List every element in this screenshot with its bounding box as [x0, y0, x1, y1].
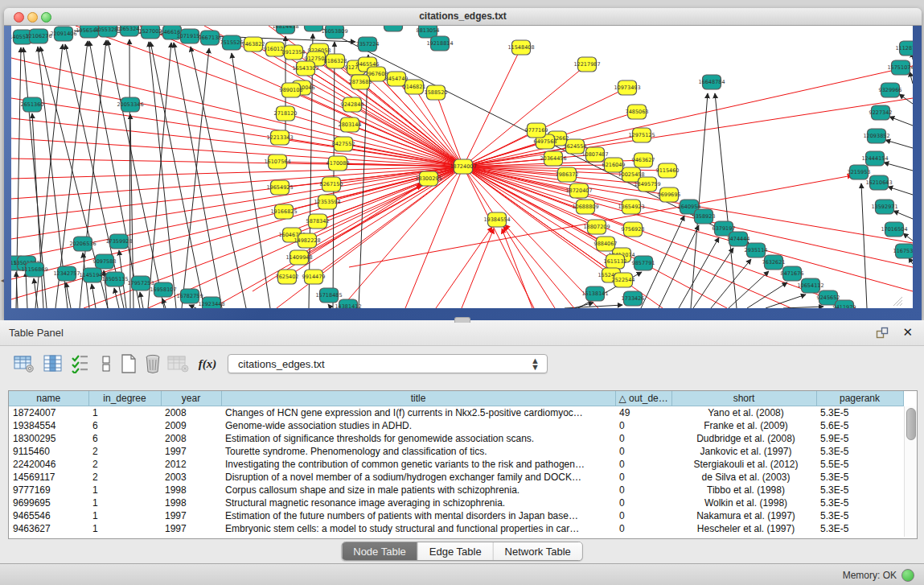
- table-cell[interactable]: 49: [615, 406, 671, 420]
- table-cell[interactable]: 5.3E-5: [816, 509, 903, 522]
- table-cell[interactable]: 5.3E-5: [816, 496, 903, 509]
- citation-edge-red[interactable]: [463, 167, 913, 267]
- table-cell[interactable]: Jankovic et al. (1997): [671, 445, 816, 458]
- citation-edge-black[interactable]: [884, 163, 913, 171]
- citation-edge-red[interactable]: [463, 167, 534, 308]
- table-cell[interactable]: 2: [88, 458, 161, 471]
- table-selector-dropdown[interactable]: citations_edges.txt ▲▼: [228, 354, 548, 373]
- table-cell[interactable]: 14569117: [9, 471, 88, 484]
- table-row[interactable]: 1938455462009Genome-wide association stu…: [9, 419, 903, 432]
- table-row[interactable]: 2242004622012Investigating the contribut…: [9, 458, 903, 471]
- network-canvas[interactable]: 1405571212106276220914061956544110553287…: [11, 26, 913, 308]
- citation-edge-red[interactable]: [436, 227, 492, 308]
- table-row[interactable]: 977716911998Corpus callosum shape and si…: [9, 484, 903, 496]
- column-header-year[interactable]: year: [161, 391, 221, 406]
- canvas-resize-grip[interactable]: [892, 295, 903, 307]
- panel-drag-grip[interactable]: [454, 317, 470, 323]
- table-cell[interactable]: 5.3E-5: [816, 484, 903, 496]
- table-cell[interactable]: 2: [88, 445, 161, 458]
- citation-edge-black[interactable]: [711, 259, 751, 308]
- table-cell[interactable]: 19384554: [9, 419, 88, 432]
- citation-edge-red[interactable]: [11, 167, 463, 299]
- table-cell[interactable]: 1: [88, 522, 161, 535]
- delete-table-icon[interactable]: [142, 352, 164, 375]
- table-cell[interactable]: Stergiakouli et al. (2012): [671, 458, 816, 471]
- table-cell[interactable]: Investigating the contribution of common…: [221, 458, 615, 471]
- citation-edge-black[interactable]: [910, 72, 913, 84]
- table-row[interactable]: 911546021997Tourette syndrome. Phenomeno…: [9, 445, 903, 458]
- citation-edge-black[interactable]: [191, 47, 246, 308]
- table-cell[interactable]: 0: [615, 432, 671, 445]
- table-cell[interactable]: 1998: [161, 496, 221, 509]
- citation-edge-red[interactable]: [291, 90, 463, 167]
- table-cell[interactable]: de Silva et al. (2003): [671, 471, 816, 484]
- table-cell[interactable]: 18300295: [9, 432, 88, 445]
- citation-edge-red[interactable]: [11, 167, 463, 179]
- citation-edge-black[interactable]: [903, 233, 913, 241]
- citation-edge-black[interactable]: [328, 304, 331, 308]
- table-cell[interactable]: 1997: [161, 522, 221, 535]
- select-columns-icon[interactable]: [69, 352, 92, 375]
- table-cell[interactable]: 2012: [161, 458, 221, 471]
- table-cell[interactable]: 1998: [161, 484, 221, 496]
- create-table-icon[interactable]: [117, 352, 140, 375]
- table-cell[interactable]: 1: [88, 406, 161, 420]
- table-cell[interactable]: 9777169: [9, 484, 88, 496]
- table-row[interactable]: 946362711997Embryonic stem cells: a mode…: [9, 522, 903, 535]
- table-cell[interactable]: 1: [88, 484, 161, 496]
- column-visibility-icon[interactable]: [42, 352, 64, 375]
- citation-edge-black[interactable]: [679, 237, 719, 308]
- table-cell[interactable]: 5.9E-5: [816, 432, 903, 445]
- table-cell[interactable]: Genome-wide association studies in ADHD.: [221, 419, 615, 432]
- table-cell[interactable]: Dudbridge et al. (2008): [671, 432, 816, 445]
- citation-edge-black[interactable]: [26, 272, 27, 308]
- table-cell[interactable]: 6: [88, 432, 161, 445]
- table-cell[interactable]: Estimation of significance thresholds fo…: [221, 432, 615, 445]
- tab-node-table[interactable]: Node Table: [342, 542, 418, 560]
- float-panel-icon[interactable]: [876, 327, 889, 340]
- table-cell[interactable]: 5.3E-5: [816, 471, 903, 484]
- citation-edge-black[interactable]: [899, 94, 913, 104]
- table-cell[interactable]: 5.3E-5: [816, 445, 903, 458]
- citation-edge-black[interactable]: [189, 305, 196, 308]
- table-header-row[interactable]: namein_degreeyeartitle△ out_de…shortpage…: [9, 391, 903, 406]
- citation-edge-black[interactable]: [359, 55, 368, 308]
- table-cell[interactable]: Embryonic stem cells: a model to study s…: [221, 522, 615, 535]
- citation-edge-red[interactable]: [502, 229, 532, 308]
- table-cell[interactable]: 5.6E-5: [816, 419, 903, 432]
- citation-edge-black[interactable]: [889, 117, 913, 126]
- table-cell[interactable]: 0: [615, 419, 671, 432]
- table-cell[interactable]: Tourette syndrome. Phenomenology and cla…: [221, 445, 615, 458]
- table-cell[interactable]: 0: [615, 522, 671, 535]
- column-header-title[interactable]: title: [221, 391, 615, 406]
- table-row[interactable]: 1872400712008Changes of HCN gene express…: [9, 406, 903, 420]
- table-cell[interactable]: 0: [615, 445, 671, 458]
- table-cell[interactable]: Changes of HCN gene expression and I(f) …: [221, 406, 615, 420]
- import-table-icon[interactable]: [167, 352, 190, 375]
- citation-edge-red[interactable]: [503, 226, 555, 308]
- table-cell[interactable]: Hescheler et al. (1997): [671, 522, 816, 535]
- column-header-name[interactable]: name: [9, 391, 88, 406]
- table-cell[interactable]: 0: [615, 496, 671, 509]
- citation-edge-black[interactable]: [885, 140, 913, 148]
- citation-edge-black[interactable]: [114, 288, 119, 308]
- column-header-pagerank[interactable]: pagerank: [816, 391, 903, 406]
- table-cell[interactable]: Disruption of a novel member of a sodium…: [221, 471, 615, 484]
- table-cell[interactable]: 9465546: [9, 509, 88, 522]
- table-cell[interactable]: 1997: [161, 509, 221, 522]
- table-row[interactable]: 1830029562008Estimation of significance …: [9, 432, 903, 445]
- citation-edge-red[interactable]: [285, 113, 463, 167]
- citation-edge-red[interactable]: [11, 167, 463, 239]
- tab-edge-table[interactable]: Edge Table: [418, 542, 494, 560]
- node-table[interactable]: namein_degreeyeartitle△ out_de…shortpage…: [9, 391, 904, 535]
- citation-network-graph[interactable]: 1405571212106276220914061956544110553287…: [11, 26, 913, 308]
- table-cell[interactable]: 5.5E-5: [816, 458, 903, 471]
- left-panel-collapse-arrow[interactable]: ◂: [1, 277, 4, 284]
- table-cell[interactable]: 6: [88, 419, 161, 432]
- table-settings-icon[interactable]: [13, 352, 35, 375]
- table-cell[interactable]: Nakamura et al. (1997): [671, 509, 816, 522]
- table-row[interactable]: 946554611997Estimation of the future num…: [9, 509, 903, 522]
- citation-edge-black[interactable]: [861, 183, 867, 308]
- close-panel-icon[interactable]: ✕: [902, 325, 913, 340]
- column-header-in_degree[interactable]: in_degree: [88, 391, 161, 406]
